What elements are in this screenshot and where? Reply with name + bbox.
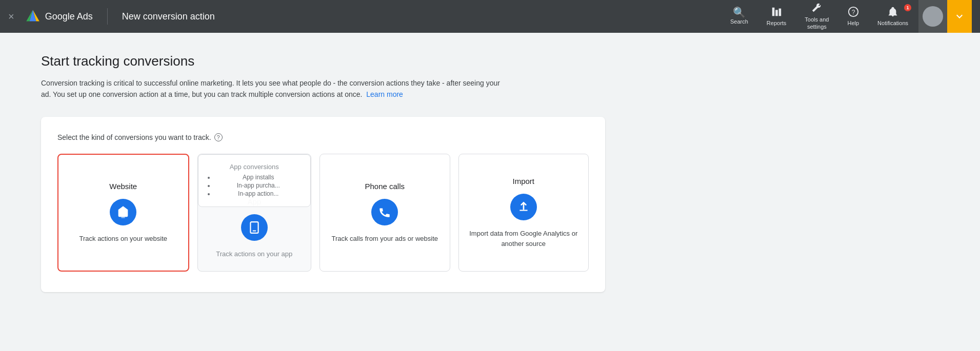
notification-badge: 1 bbox=[904, 4, 911, 11]
website-card-title: Website bbox=[109, 182, 137, 191]
search-icon: 🔍 bbox=[733, 7, 746, 17]
nav-item-tools[interactable]: Tools and settings bbox=[796, 0, 837, 34]
page-title: Start tracking conversions bbox=[41, 53, 939, 69]
nav-item-notifications[interactable]: 1 Notifications bbox=[869, 2, 916, 31]
import-card-title: Import bbox=[512, 177, 534, 185]
header-right-section: 🔍 Search Reports Tools and settings ? He… bbox=[722, 0, 972, 34]
tools-label: Tools and settings bbox=[805, 16, 829, 30]
reports-icon bbox=[771, 6, 782, 19]
svg-point-9 bbox=[122, 209, 125, 212]
app-tooltip-item-1: App installs bbox=[215, 174, 303, 181]
svg-rect-6 bbox=[779, 8, 782, 16]
phone-calls-card[interactable]: Phone calls Track calls from your ads or… bbox=[319, 154, 450, 272]
help-circle-icon[interactable]: ? bbox=[214, 133, 223, 141]
google-ads-logo: Google Ads bbox=[25, 8, 93, 25]
select-label-text: Select the kind of conversions you want … bbox=[57, 133, 211, 141]
select-label: Select the kind of conversions you want … bbox=[57, 133, 589, 141]
phone-card-desc: Track calls from your ads or website bbox=[331, 234, 438, 244]
nav-item-search[interactable]: 🔍 Search bbox=[722, 3, 756, 29]
import-card-icon bbox=[510, 194, 537, 220]
app-card-desc: Track actions on your app bbox=[216, 249, 292, 259]
header-page-title: New conversion action bbox=[122, 11, 215, 22]
user-avatar bbox=[923, 6, 943, 27]
top-navigation-bar: × Google Ads New conversion action 🔍 Sea… bbox=[0, 0, 980, 33]
account-button[interactable] bbox=[947, 0, 972, 33]
user-profile-area[interactable] bbox=[918, 0, 972, 33]
main-content: Start tracking conversions Conversion tr… bbox=[0, 33, 980, 313]
page-description: Conversion tracking is critical to succe… bbox=[41, 77, 503, 100]
google-ads-logo-text: Google Ads bbox=[45, 11, 93, 22]
nav-item-help[interactable]: ? Help bbox=[839, 2, 867, 31]
conversion-cards-grid: Website Track actions on your website Ap… bbox=[57, 154, 589, 272]
phone-card-title: Phone calls bbox=[365, 182, 405, 191]
header-divider bbox=[107, 8, 108, 25]
svg-text:?: ? bbox=[851, 8, 855, 15]
learn-more-link[interactable]: Learn more bbox=[366, 90, 403, 98]
search-label: Search bbox=[730, 18, 748, 25]
svg-rect-4 bbox=[772, 8, 775, 16]
help-icon: ? bbox=[848, 6, 859, 19]
help-label: Help bbox=[847, 20, 859, 27]
tools-icon bbox=[811, 3, 823, 15]
website-card[interactable]: Website Track actions on your website bbox=[57, 154, 189, 272]
app-card-inner: App Track actions on your app bbox=[198, 185, 311, 272]
description-text: Conversion tracking is critical to succe… bbox=[41, 79, 500, 98]
import-card-desc: Import data from Google Analytics or ano… bbox=[467, 229, 581, 249]
reports-label: Reports bbox=[767, 20, 787, 27]
header-left-section: × Google Ads New conversion action bbox=[8, 8, 215, 25]
google-ads-logo-icon bbox=[25, 8, 41, 25]
phone-card-icon bbox=[371, 199, 398, 225]
app-tooltip-title: App conversions bbox=[207, 163, 303, 171]
notifications-label: Notifications bbox=[877, 20, 908, 27]
import-card[interactable]: Import Import data from Google Analytics… bbox=[458, 154, 589, 272]
svg-rect-10 bbox=[250, 222, 258, 233]
app-card-title: App bbox=[247, 197, 261, 206]
conversion-type-container: Select the kind of conversions you want … bbox=[41, 117, 605, 293]
close-button[interactable]: × bbox=[8, 11, 14, 23]
svg-rect-5 bbox=[775, 10, 778, 16]
website-card-icon bbox=[110, 199, 136, 225]
app-card[interactable]: App conversions App installs In-app purc… bbox=[197, 154, 312, 272]
app-card-icon bbox=[241, 214, 268, 241]
nav-item-reports[interactable]: Reports bbox=[758, 2, 795, 31]
website-card-desc: Track actions on your website bbox=[79, 234, 167, 244]
notifications-icon bbox=[887, 6, 898, 19]
